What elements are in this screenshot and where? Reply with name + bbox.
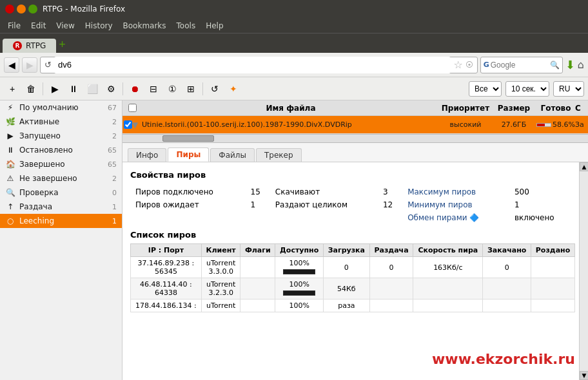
peer-speed	[413, 278, 483, 299]
url-input[interactable]	[54, 57, 451, 73]
minimize-button[interactable]	[17, 5, 26, 14]
scrollbar-thumb[interactable]	[162, 135, 214, 142]
menu-bookmarks[interactable]: Bookmarks	[118, 20, 172, 32]
prop-value2: 12	[379, 199, 402, 211]
window-title: RTPG - Mozilla Firefox	[43, 5, 125, 14]
content-area: Имя файла Приоритет Размер Готово С ▼ Ut…	[122, 100, 588, 380]
prop-value3: 500	[511, 186, 574, 198]
torrent-name: Utinie.Istorii.(001-100.serij.iz.100).19…	[142, 120, 440, 129]
maximize-button[interactable]	[28, 5, 37, 14]
table-row: 37.146.89.238 :56345 uTorrent3.3.0.0 100…	[131, 257, 575, 278]
sidebar-count: 1	[112, 203, 117, 211]
peer-upload: 0	[369, 257, 413, 278]
start-button[interactable]: ▶	[46, 81, 63, 97]
refresh-button[interactable]: ↺	[206, 81, 223, 97]
peers-list-title: Список пиров	[130, 230, 575, 240]
add-torrent-button[interactable]: +	[4, 81, 21, 97]
category-select[interactable]: Все	[469, 81, 502, 97]
toolbar-separator-2	[122, 82, 123, 95]
menu-edit[interactable]: Edit	[26, 20, 51, 32]
prop-value3: 1	[511, 199, 574, 211]
record-button[interactable]: ⏺	[126, 81, 143, 97]
search-go-button[interactable]: 🔍	[550, 61, 560, 70]
star-yellow-button[interactable]: ✦	[225, 81, 242, 97]
sidebar-item-leeching[interactable]: ○ Leeching 1	[0, 214, 122, 228]
time-select[interactable]: 10 сек.	[505, 81, 549, 97]
detail-content-wrapper: Свойства пиров Пиров подключено 15 Скачи…	[122, 162, 588, 380]
menu-view[interactable]: View	[51, 20, 79, 32]
tab-peers[interactable]: Пиры	[168, 147, 209, 162]
lang-select[interactable]: RU	[553, 81, 584, 97]
back-button[interactable]: ◀	[4, 57, 19, 73]
sidebar-item-checking[interactable]: 🔍 Проверка 0	[0, 185, 122, 200]
page-plus-button[interactable]: ⊞	[182, 81, 199, 97]
scroll-down-button[interactable]: ▼	[580, 371, 588, 380]
scroll-track[interactable]	[580, 171, 588, 371]
google-search-icon: G	[484, 61, 489, 69]
peer-downloaded	[483, 299, 531, 312]
select-all-checkbox[interactable]	[128, 104, 137, 112]
title-bar: RTPG - Mozilla Firefox	[0, 0, 588, 18]
forward-button[interactable]: ▶	[22, 57, 37, 73]
download-icon[interactable]: ⬇	[565, 58, 575, 71]
scroll-up-button[interactable]: ▲	[580, 162, 588, 171]
window-controls	[5, 5, 37, 14]
sidebar-label: Завершено	[19, 160, 108, 169]
menu-file[interactable]: File	[3, 20, 26, 32]
minus-button[interactable]: ⊟	[145, 81, 162, 97]
tab-info[interactable]: Инфо	[128, 148, 166, 162]
torrent-checkbox[interactable]	[124, 120, 132, 129]
sidebar-item-finished[interactable]: 🏠 Завершено 65	[0, 157, 122, 171]
col-client: Клиент	[201, 244, 240, 257]
menu-history[interactable]: History	[80, 20, 118, 32]
pause-button[interactable]: ⏸	[65, 81, 82, 97]
col-speed: Скорость пира	[413, 244, 483, 257]
table-row: Обмен пирами 🔷 включено	[132, 212, 574, 223]
peer-uploaded	[531, 299, 575, 312]
menu-tools[interactable]: Tools	[172, 20, 201, 32]
torrent-ready: 58.6%	[536, 120, 575, 129]
toolbar-separator-3	[202, 82, 203, 95]
page-1-button[interactable]: ①	[164, 81, 181, 97]
sidebar-count: 65	[108, 146, 117, 155]
torrent-priority: высокий	[440, 120, 491, 129]
peer-uploaded	[531, 278, 575, 299]
close-button[interactable]	[5, 5, 14, 14]
peer-flags	[240, 278, 275, 299]
sidebar-label: Активные	[19, 117, 112, 126]
torrent-size: 27.6ГБ	[491, 120, 536, 129]
col-available: Доступно	[275, 244, 324, 257]
sidebar-item-running[interactable]: ▶ Запущено 2	[0, 129, 122, 143]
progress-bar	[536, 123, 551, 127]
tab-tracker[interactable]: Трекер	[256, 148, 302, 162]
sidebar-item-incomplete[interactable]: ⚠ Не завершено 2	[0, 171, 122, 185]
detail-tabs: Инфо Пиры Файлы Трекер	[122, 143, 588, 162]
torrent-row[interactable]: ▼ Utinie.Istorii.(001-100.serij.iz.100).…	[122, 116, 588, 134]
sidebar-count: 0	[112, 189, 117, 197]
prop-label3: Минимум пиров	[404, 199, 509, 211]
bookmark-star-icon[interactable]: ☆	[453, 59, 462, 71]
settings-button[interactable]: ⚙	[103, 81, 119, 97]
sidebar-item-default[interactable]: ⚡ По умолчанию 67	[0, 100, 122, 115]
toolbar-right: Все 10 сек. RU	[469, 81, 584, 97]
peer-download: 54Кб	[323, 278, 369, 299]
table-row: 46.48.114.40 :64338 uTorrent3.2.3.0 100%…	[131, 278, 575, 299]
new-tab-button[interactable]: +	[59, 38, 66, 52]
stop-button[interactable]: ⬜	[84, 81, 101, 97]
menu-help[interactable]: Help	[201, 20, 228, 32]
tab-rtpg[interactable]: R RTPG	[3, 39, 56, 53]
search-input[interactable]	[491, 61, 549, 70]
sidebar-item-active[interactable]: 🌿 Активные 2	[0, 115, 122, 129]
sidebar-item-stopped[interactable]: ⏸ Остановлено 65	[0, 143, 122, 157]
peer-available: 100%	[275, 278, 324, 299]
detail-content: Свойства пиров Пиров подключено 15 Скачи…	[122, 162, 588, 380]
home-icon[interactable]: ⌂	[578, 59, 584, 71]
sidebar-count: 2	[112, 132, 117, 140]
remove-button[interactable]: 🗑	[23, 81, 39, 97]
detail-scrollbar: ▲ ▼	[579, 162, 588, 380]
sidebar-label: Не завершено	[19, 174, 112, 183]
horizontal-scrollbar[interactable]	[122, 134, 588, 143]
sidebar-item-seeding[interactable]: ↑ Раздача 1	[0, 200, 122, 214]
tab-files[interactable]: Файлы	[210, 148, 255, 162]
bookmark-ok-icon[interactable]: ⦿	[466, 61, 473, 70]
